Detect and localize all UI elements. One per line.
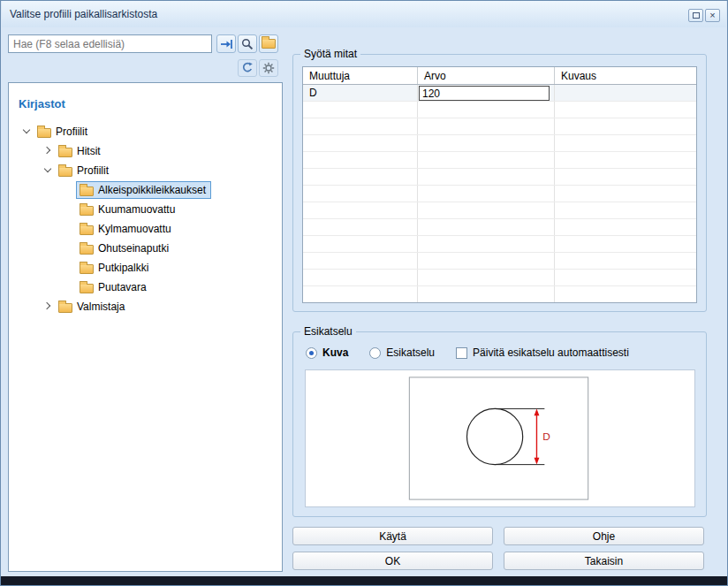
folder-icon <box>58 148 72 157</box>
refresh-button[interactable] <box>238 59 257 77</box>
dimensions-table: Muuttuja Arvo Kuvaus D <box>302 66 697 303</box>
folder-icon <box>80 186 94 196</box>
folder-icon <box>80 206 94 216</box>
tree-item-label: Puutavara <box>98 281 147 293</box>
chevron-down-icon[interactable] <box>19 125 34 139</box>
dialog-window: Valitse profiili paikallisarkistosta × <box>0 0 728 586</box>
profile-preview-drawing: D <box>306 370 694 506</box>
radio-unselected-icon[interactable] <box>369 347 381 359</box>
go-arrow-icon <box>219 37 233 51</box>
checkbox-auto-update-label: Päivitä esikatselu automaattisesti <box>473 346 629 359</box>
tree-item-label: Profiilit <box>77 164 109 177</box>
tree-item-label: Alkeispoikkileikkaukset <box>98 184 206 196</box>
chevron-spacer <box>62 280 76 294</box>
title-bar: Valitse profiili paikallisarkistosta × <box>2 1 726 27</box>
radio-kuva-label: Kuva <box>322 346 348 359</box>
table-row-empty[interactable] <box>303 118 696 135</box>
ok-button[interactable]: OK <box>292 552 493 570</box>
value-input[interactable] <box>419 86 550 101</box>
table-row-empty[interactable] <box>303 186 696 202</box>
tree-item-ohutseinaputki[interactable]: Ohutseinaputki <box>9 239 282 258</box>
folder-icon <box>262 39 276 49</box>
tree-item-label: Hitsit <box>77 145 101 157</box>
settings-button[interactable] <box>259 59 278 77</box>
go-button[interactable] <box>216 34 236 53</box>
column-header-arvo: Arvo <box>418 67 555 84</box>
tree-heading: Kirjastot <box>19 97 65 110</box>
table-row-empty[interactable] <box>303 236 696 253</box>
dimensions-group-label: Syötä mitat <box>300 48 360 60</box>
table-row-empty[interactable] <box>303 169 696 186</box>
chevron-right-icon[interactable] <box>41 144 55 158</box>
table-row-empty[interactable] <box>303 270 696 286</box>
cell-arvo <box>418 85 555 101</box>
radio-esikatselu-label: Esikatselu <box>386 346 435 359</box>
tree-item-puutavara[interactable]: Puutavara <box>9 278 282 297</box>
tree-item-hitsit[interactable]: Hitsit <box>9 141 282 161</box>
folder-icon <box>58 167 72 177</box>
tree-list: Profiilit Hitsit Profiilit <box>9 122 282 316</box>
radio-esikatselu[interactable]: Esikatselu <box>369 346 435 359</box>
bottom-edge-bar <box>1 576 727 585</box>
back-button[interactable]: Takaisin <box>504 552 704 570</box>
tree-item-label: Profiilit <box>56 126 87 138</box>
table-header: Muuttuja Arvo Kuvaus <box>303 67 696 85</box>
apply-button[interactable]: Käytä <box>292 527 493 545</box>
table-row-empty[interactable] <box>303 219 696 236</box>
column-header-kuvaus: Kuvaus <box>555 67 696 84</box>
table-row-empty[interactable] <box>303 286 696 303</box>
tree-item-label: Ohutseinaputki <box>98 242 169 255</box>
restore-button[interactable] <box>688 9 703 22</box>
title-buttons: × <box>688 9 720 22</box>
table-row-empty[interactable] <box>303 135 696 152</box>
folder-icon <box>80 245 94 255</box>
table-row-empty[interactable] <box>303 152 696 169</box>
preview-image-area: D <box>305 369 695 507</box>
restore-icon <box>693 12 700 19</box>
table-row-empty[interactable] <box>303 102 696 118</box>
chevron-down-icon[interactable] <box>41 164 55 178</box>
checkbox-icon[interactable] <box>456 347 467 359</box>
preview-group-label: Esikatselu <box>300 325 356 338</box>
tree-item-putkipalkki[interactable]: Putkipalkki <box>9 258 282 278</box>
tree-item-kuumamuovattu[interactable]: Kuumamuovattu <box>9 200 282 219</box>
chevron-spacer <box>62 241 76 255</box>
folder-icon <box>58 303 72 313</box>
close-button[interactable]: × <box>705 9 720 22</box>
tree-item-alkeispoikkileikkaukset[interactable]: Alkeispoikkileikkaukset <box>9 180 282 200</box>
tree-item-valmistaja[interactable]: Valmistaja <box>9 297 282 316</box>
tree-item-label: Kuumamuovattu <box>98 203 175 216</box>
radio-kuva[interactable]: Kuva <box>306 346 348 359</box>
folder-icon <box>37 128 51 138</box>
search-input[interactable] <box>8 34 212 53</box>
search-icon <box>240 37 254 51</box>
help-button[interactable]: Ohje <box>504 527 704 545</box>
close-icon: × <box>709 11 715 20</box>
tree-item-profiilit-root[interactable]: Profiilit <box>9 122 282 141</box>
window-title: Valitse profiili paikallisarkistosta <box>10 8 157 20</box>
radio-selected-icon[interactable] <box>306 347 317 359</box>
folder-icon <box>80 225 94 235</box>
tree-item-profiilit[interactable]: Profiilit <box>9 161 282 180</box>
checkbox-auto-update[interactable]: Päivitä esikatselu automaattisesti <box>456 346 629 359</box>
open-folder-button[interactable] <box>259 34 278 53</box>
search-button[interactable] <box>238 34 257 53</box>
tree-item-label: Valmistaja <box>77 301 125 313</box>
tree-item-label: Putkipalkki <box>98 262 148 274</box>
gear-icon <box>262 61 276 75</box>
cell-muuttuja: D <box>303 85 418 101</box>
tree-item-kylmamuovattu[interactable]: Kylmamuovattu <box>9 219 282 239</box>
library-tree-panel: Kirjastot Profiilit Hitsit <box>8 82 283 572</box>
tree-item-label: Kylmamuovattu <box>98 223 171 235</box>
table-row-empty[interactable] <box>303 202 696 219</box>
chevron-spacer <box>62 261 76 275</box>
folder-icon <box>80 264 94 274</box>
chevron-spacer <box>62 183 76 197</box>
table-row-empty[interactable] <box>303 253 696 270</box>
chevron-right-icon[interactable] <box>41 300 55 314</box>
preview-groupbox: Esikatselu Kuva Esikatselu Päivitä esika… <box>292 331 707 517</box>
column-header-muuttuja: Muuttuja <box>303 67 418 84</box>
dimension-label: D <box>542 430 550 443</box>
table-row[interactable]: D <box>303 85 696 102</box>
folder-icon <box>80 284 94 293</box>
